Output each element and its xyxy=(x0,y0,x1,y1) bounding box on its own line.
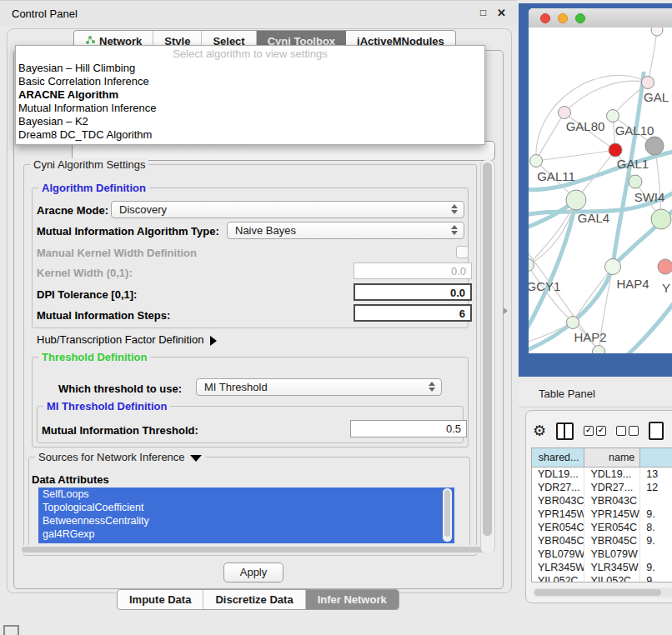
tab-discretize-data[interactable]: Discretize Data xyxy=(203,590,305,609)
close-traffic-light[interactable] xyxy=(540,13,550,23)
table-cell[interactable]: YDL19... xyxy=(532,468,584,481)
table-cell[interactable]: YIL052C xyxy=(584,574,640,582)
column-header-shared-name[interactable]: shared... xyxy=(532,448,584,467)
table-cell[interactable]: YBL079W xyxy=(532,548,584,561)
table-cell[interactable]: YBR043C xyxy=(584,494,640,508)
table-cell[interactable] xyxy=(640,548,672,561)
attribute-item[interactable]: BetweennessCentrality xyxy=(38,514,454,528)
attribute-item[interactable]: TopologicalCoefficient xyxy=(38,501,454,514)
table-row[interactable]: YDL19...YDL19...13 xyxy=(532,468,672,481)
settings-vertical-scrollbar[interactable] xyxy=(480,160,495,553)
algorithm-option[interactable]: ARACNE Algorithm xyxy=(16,88,484,102)
algorithm-option[interactable]: Bayesian – Hill Climbing xyxy=(16,62,484,75)
table-cell[interactable]: 9. xyxy=(640,561,672,574)
algorithm-dropdown-placeholder: Select algorithm to view settings xyxy=(16,46,484,62)
settings-horizontal-scrollbar[interactable] xyxy=(20,545,494,553)
attribute-item[interactable]: SelfLoops xyxy=(38,488,454,501)
network-canvas[interactable]: GALGAL80GAL10GAL1GAL11SWI4GAL4GCY1HAP4YH… xyxy=(529,28,672,353)
select-all-columns-icon[interactable]: ✓✓ xyxy=(584,426,606,436)
table-cell[interactable]: YPR145W xyxy=(584,508,640,521)
table-cell[interactable]: 9. xyxy=(640,534,672,548)
network-node[interactable] xyxy=(567,317,579,329)
table-cell[interactable]: YPR145W xyxy=(532,508,584,521)
table-cell[interactable]: 12 xyxy=(640,481,672,494)
network-window-titlebar[interactable] xyxy=(529,8,672,28)
table-row[interactable]: YPR145WYPR145W9. xyxy=(532,508,672,521)
mi-threshold-field[interactable]: 0.5 xyxy=(350,420,467,438)
table-cell[interactable]: YER054C xyxy=(584,521,640,534)
attributes-list-scrollbar[interactable] xyxy=(443,488,452,542)
table-row[interactable]: YLR345WYLR345W9. xyxy=(532,561,672,574)
node-label: GAL1 xyxy=(617,157,649,171)
algorithm-option[interactable]: Basic Correlation Inference xyxy=(16,75,484,88)
table-cell[interactable]: 13 xyxy=(640,468,672,481)
table-row[interactable]: YIL052CYIL052C9. xyxy=(532,574,672,582)
table-cell[interactable]: 9. xyxy=(640,574,672,582)
table-cell[interactable]: YLR345W xyxy=(532,561,584,574)
column-header-name[interactable]: name xyxy=(584,448,640,467)
network-node[interactable] xyxy=(607,110,619,122)
network-node[interactable] xyxy=(605,259,621,275)
network-node[interactable] xyxy=(530,155,543,168)
network-node[interactable] xyxy=(651,28,663,36)
which-threshold-select[interactable]: MI Threshold xyxy=(196,378,442,396)
network-view-frame[interactable]: GALGAL80GAL10GAL1GAL11SWI4GAL4GCY1HAP4YH… xyxy=(519,3,672,377)
columns-icon[interactable] xyxy=(556,422,574,440)
network-node[interactable] xyxy=(651,209,671,229)
minimize-traffic-light[interactable] xyxy=(558,13,568,23)
table-cell[interactable]: YER054C xyxy=(532,521,584,534)
manual-kernel-width-checkbox[interactable] xyxy=(456,246,469,258)
table-horizontal-scrollbar[interactable] xyxy=(533,588,672,598)
table-cell[interactable]: YDR27... xyxy=(584,481,640,494)
network-node[interactable] xyxy=(642,77,654,89)
network-node[interactable] xyxy=(629,175,642,188)
attribute-item[interactable]: gal4RGexp xyxy=(38,528,454,541)
table-row[interactable]: YDR27...YDR27...12 xyxy=(532,481,672,494)
zoom-traffic-light[interactable] xyxy=(575,13,585,23)
network-node[interactable] xyxy=(559,107,571,119)
mi-steps-field[interactable]: 6 xyxy=(354,304,472,322)
algorithm-option[interactable]: Bayesian – K2 xyxy=(16,115,484,128)
deselect-all-columns-icon[interactable] xyxy=(616,426,639,436)
table-cell[interactable]: YDL19... xyxy=(584,468,640,481)
network-node[interactable] xyxy=(566,190,586,210)
kernel-width-field[interactable]: 0.0 xyxy=(354,262,472,279)
table-cell[interactable]: 8. xyxy=(640,521,672,534)
table-toolbar: ⚙ ✓✓ xyxy=(533,421,664,441)
table-cell[interactable]: YDR27... xyxy=(532,481,584,494)
tab-impute-data[interactable]: Impute Data xyxy=(118,590,203,609)
table-row[interactable]: YBR045CYBR045C9. xyxy=(532,534,672,548)
apply-button[interactable]: Apply xyxy=(223,562,283,582)
table-cell[interactable] xyxy=(640,494,672,508)
network-node[interactable] xyxy=(593,346,605,354)
table-row[interactable]: YBR043CYBR043C xyxy=(532,494,672,508)
data-attributes-list[interactable]: SelfLoopsTopologicalCoefficientBetweenne… xyxy=(38,488,454,543)
page-icon[interactable] xyxy=(649,422,664,440)
hub-definition-expander[interactable]: Hub/Transcription Factor Definition xyxy=(37,333,217,346)
table-cell[interactable]: YBR045C xyxy=(584,534,640,548)
network-node[interactable] xyxy=(658,259,672,274)
mi-algorithm-type-select[interactable]: Naive Bayes xyxy=(227,222,464,239)
close-icon[interactable]: ✕ xyxy=(497,7,506,19)
dock-square-icon[interactable] xyxy=(3,625,19,635)
algorithm-option[interactable]: Mutual Information Inference xyxy=(16,102,484,115)
table-row[interactable]: YBL079WYBL079W xyxy=(532,548,672,561)
sources-title-row[interactable]: Sources for Network Inference xyxy=(35,451,205,463)
node-label: GAL4 xyxy=(578,211,609,225)
table-cell[interactable]: YIL052C xyxy=(532,574,584,582)
algorithm-option[interactable]: Dream8 DC_TDC Algorithm xyxy=(16,128,484,142)
table-row[interactable]: YER054CYER054C8. xyxy=(532,521,672,534)
table-cell[interactable]: YLR345W xyxy=(584,561,640,574)
float-window-icon[interactable]: □ xyxy=(480,7,486,19)
network-node[interactable] xyxy=(645,137,664,155)
table-cell[interactable]: YBL079W xyxy=(584,548,640,561)
dpi-tolerance-field[interactable]: 0.0 xyxy=(354,283,472,301)
column-header-partial[interactable] xyxy=(640,448,672,467)
aracne-mode-select[interactable]: Discovery xyxy=(111,201,464,218)
table-cell[interactable]: YBR043C xyxy=(532,494,584,508)
table-cell[interactable]: YBR045C xyxy=(532,534,584,548)
network-node[interactable] xyxy=(609,143,622,157)
gear-icon[interactable]: ⚙ xyxy=(533,422,546,439)
tab-infer-network[interactable]: Infer Network xyxy=(306,590,399,609)
table-cell[interactable]: 9. xyxy=(640,508,672,521)
